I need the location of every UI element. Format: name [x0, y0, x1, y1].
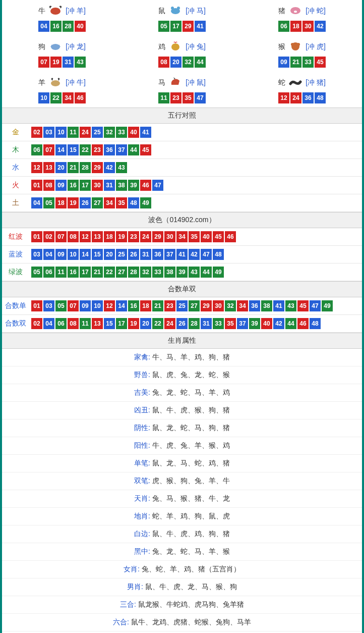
- row-label: 蓝波: [2, 246, 29, 263]
- number-ball: 45: [213, 231, 224, 242]
- number-ball: 44: [201, 267, 212, 278]
- number-ball: 28: [189, 318, 200, 329]
- number-ball: 38: [261, 300, 272, 311]
- attr-value: 牛、虎、兔、羊、猴、鸡: [152, 441, 230, 449]
- svg-point-9: [291, 43, 294, 46]
- attr-value: 鼠、龙、蛇、马、狗、猪: [152, 424, 230, 432]
- number-ball: 07: [38, 57, 49, 68]
- zodiac-dog-icon: [47, 40, 64, 54]
- row-content: 02031011242532334041: [29, 124, 362, 141]
- number-ball: 37: [164, 249, 175, 260]
- number-ball: 34: [63, 92, 74, 103]
- number-ball: 23: [164, 300, 175, 311]
- row-content: 0103050709101214161821232527293032343638…: [29, 297, 362, 314]
- number-ball: 46: [140, 180, 151, 191]
- attr-row: 地肖: 蛇、羊、鸡、狗、鼠、虎: [2, 508, 362, 525]
- zodiac-title: 蛇[冲 猪]: [242, 76, 362, 89]
- zodiac-pig-icon: [287, 4, 304, 18]
- number-ball: 21: [290, 57, 301, 68]
- number-ball: 11: [55, 267, 67, 278]
- row-content: 06071415222336374445: [29, 141, 362, 159]
- zodiac-name: 鸡: [158, 42, 165, 51]
- number-ball: 19: [68, 197, 79, 208]
- number-ball: 21: [92, 267, 103, 278]
- number-ball: 41: [140, 127, 151, 138]
- zodiac-name: 猪: [278, 7, 285, 16]
- zodiac-chong: [冲 猪]: [306, 78, 326, 87]
- zodiac-title: 鸡[冲 兔]: [122, 40, 242, 54]
- number-ball: 43: [116, 162, 127, 173]
- number-ball: 12: [80, 231, 91, 242]
- zodiac-chong: [冲 鼠]: [186, 78, 206, 87]
- number-ball: 32: [225, 300, 236, 311]
- zodiac-cell-goat: 羊[冲 牛]10223446: [2, 72, 122, 108]
- zodiac-cell-rooster: 鸡[冲 兔]08203244: [122, 36, 242, 72]
- number-ball: 36: [302, 92, 314, 103]
- number-ball: 17: [170, 21, 181, 32]
- number-ball: 43: [75, 57, 86, 68]
- zodiac-title: 猴[冲 虎]: [242, 40, 362, 54]
- number-ball: 06: [55, 318, 67, 329]
- number-ball: 27: [92, 197, 103, 208]
- zodiac-nums: 09213345: [242, 57, 362, 68]
- bose-header: 波色（014902.com）: [2, 212, 362, 228]
- svg-point-2: [171, 7, 174, 10]
- number-ball: 26: [176, 318, 188, 329]
- number-ball: 41: [273, 300, 284, 311]
- number-ball: 35: [189, 231, 200, 242]
- shuxing-rows: 家禽: 牛、马、羊、鸡、狗、猪野兽: 鼠、虎、兔、龙、蛇、猴吉美: 兔、龙、蛇、…: [2, 349, 362, 633]
- attr-label: 阴性:: [134, 424, 150, 432]
- attr-value: 鼠、虎、兔、龙、蛇、猴: [152, 371, 230, 379]
- number-ball: 05: [55, 300, 67, 311]
- row-label: 红波: [2, 228, 29, 245]
- number-ball: 27: [116, 267, 127, 278]
- number-ball: 22: [152, 318, 163, 329]
- attr-label: 男肖:: [127, 583, 143, 591]
- number-ball: 13: [43, 162, 54, 173]
- number-ball: 31: [201, 318, 212, 329]
- number-ball: 40: [201, 231, 212, 242]
- zodiac-name: 羊: [38, 78, 45, 87]
- number-ball: 15: [104, 318, 115, 329]
- number-ball: 18: [290, 21, 301, 32]
- row-content: 1213202128294243: [29, 159, 362, 176]
- number-ball: 04: [43, 318, 54, 329]
- attr-label: 女肖:: [124, 565, 140, 573]
- number-ball: 49: [140, 197, 151, 208]
- number-ball: 42: [315, 21, 326, 32]
- svg-point-5: [294, 11, 297, 13]
- number-ball: 46: [75, 92, 86, 103]
- row-content: 04051819262734354849: [29, 194, 362, 212]
- number-ball: 31: [140, 249, 151, 260]
- attr-row: 六合: 鼠牛、龙鸡、虎猪、蛇猴、兔狗、马羊: [2, 614, 362, 631]
- attr-value: 兔、龙、蛇、马、羊、猴: [152, 547, 230, 555]
- attr-value: 鼠、龙、马、蛇、鸡、猪: [152, 459, 230, 467]
- zodiac-name: 马: [158, 78, 165, 87]
- number-ball: 33: [116, 127, 127, 138]
- number-ball: 39: [249, 318, 260, 329]
- number-ball: 14: [116, 300, 127, 311]
- number-ball: 14: [80, 249, 91, 260]
- zodiac-cell-pig: 猪[冲 蛇]06183042: [242, 0, 362, 36]
- number-ball: 34: [104, 197, 115, 208]
- number-ball: 29: [152, 231, 163, 242]
- zodiac-nums: 08203244: [122, 57, 242, 68]
- number-ball: 26: [80, 197, 91, 208]
- number-ball: 34: [176, 231, 188, 242]
- zodiac-name: 猴: [278, 42, 285, 51]
- number-ball: 15: [68, 144, 79, 155]
- number-ball: 40: [261, 318, 272, 329]
- number-ball: 45: [297, 300, 309, 311]
- number-ball: 17: [80, 267, 91, 278]
- zodiac-title: 狗[冲 龙]: [2, 40, 122, 54]
- row-label: 水: [2, 159, 29, 176]
- zodiac-name: 狗: [38, 42, 45, 51]
- number-ball: 22: [80, 144, 91, 155]
- number-ball: 17: [80, 180, 91, 191]
- attr-row: 吉美: 兔、龙、蛇、马、羊、鸡: [2, 384, 362, 402]
- number-ball: 23: [170, 92, 181, 103]
- number-ball: 09: [55, 249, 67, 260]
- number-ball: 04: [38, 21, 49, 32]
- number-ball: 39: [128, 180, 139, 191]
- zodiac-nums: 11233547: [122, 92, 242, 103]
